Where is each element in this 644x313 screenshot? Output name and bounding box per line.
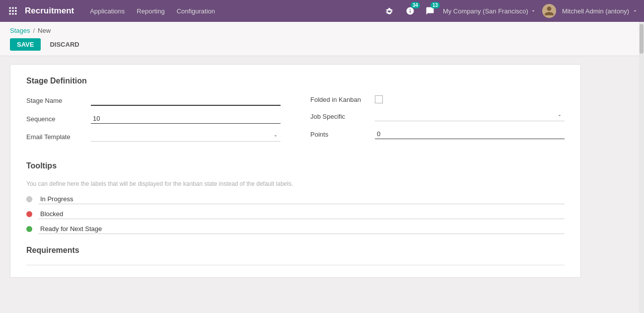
dot-gray [26,196,32,202]
company-name: My Company (San Francisco) [443,7,528,15]
activity-badge: 34 [411,2,420,8]
requirements-section: Requirements [26,246,565,265]
stage-name-label: Stage Name [26,97,91,104]
breadcrumb: Stages / New [10,27,634,34]
email-template-select-wrap [91,132,281,142]
message-icon-button[interactable]: 13 [423,4,437,18]
requirements-title: Requirements [26,246,565,255]
form-col-right: Folded in Kanban Job Specific [310,95,565,150]
points-label: Points [310,131,375,138]
page-header: Stages / New SAVE DISCARD [0,22,644,56]
scrollbar-thumb[interactable] [640,24,644,54]
company-selector[interactable]: My Company (San Francisco) [443,7,536,15]
stage-name-input[interactable] [91,95,281,106]
grid-icon[interactable] [6,4,20,18]
form-card: Stage Definition Stage Name Sequence Ema… [10,64,581,278]
email-template-label: Email Template [26,133,91,141]
scrollbar[interactable] [639,22,644,313]
bug-icon-button[interactable] [382,4,396,18]
breadcrumb-parent[interactable]: Stages [10,27,30,34]
activity-icon-button[interactable]: 34 [403,4,417,18]
tooltip-row-inprogress [26,194,565,204]
dot-red [26,211,32,217]
user-name: Mitchell Admin (antony) [562,7,629,15]
breadcrumb-current: New [38,27,51,34]
job-specific-label: Job Specific [310,113,375,120]
form-section-main: Stage Name Sequence Email Template [26,95,565,150]
tooltips-section: Tooltips You can define here the labels … [26,161,565,234]
dot-green [26,226,32,232]
tooltips-description: You can define here the labels that will… [26,180,565,187]
discard-button[interactable]: DISCARD [45,38,84,51]
job-specific-select-wrap [375,111,565,121]
breadcrumb-separator: / [33,27,35,34]
requirements-divider [26,265,565,265]
tooltip-ready-input[interactable] [38,224,565,234]
save-button[interactable]: SAVE [10,38,41,51]
app-brand: Recruitment [25,6,74,16]
avatar [542,4,556,18]
topnav: Recruitment Applications Reporting Confi… [0,0,644,22]
sequence-label: Sequence [26,115,91,123]
content-area: Stage Definition Stage Name Sequence Ema… [0,56,644,313]
folded-kanban-checkbox[interactable] [375,95,383,103]
nav-configuration[interactable]: Configuration [176,5,216,17]
sequence-row: Sequence [26,114,281,124]
form-col-left: Stage Name Sequence Email Template [26,95,281,150]
job-specific-select[interactable] [375,111,565,121]
sequence-input[interactable] [91,114,281,124]
points-input[interactable] [375,129,565,139]
email-template-select[interactable] [91,132,281,141]
nav-applications[interactable]: Applications [89,5,126,17]
points-row: Points [310,129,565,139]
tooltip-row-ready [26,224,565,234]
nav-links: Applications Reporting Configuration [89,5,382,17]
folded-kanban-row: Folded in Kanban [310,95,565,103]
toolbar: SAVE DISCARD [10,38,634,56]
user-menu[interactable]: Mitchell Admin (antony) [562,7,638,15]
topnav-right: 34 13 My Company (San Francisco) Mitchel… [382,4,638,18]
tooltip-row-blocked [26,209,565,219]
tooltip-blocked-input[interactable] [38,209,565,219]
folded-kanban-label: Folded in Kanban [310,96,375,103]
tooltip-inprogress-input[interactable] [38,194,565,204]
nav-reporting[interactable]: Reporting [136,5,165,17]
tooltips-title: Tooltips [26,161,565,170]
email-template-row: Email Template [26,132,281,142]
job-specific-row: Job Specific [310,111,565,121]
stage-definition-title: Stage Definition [26,77,565,85]
stage-name-row: Stage Name [26,95,281,106]
message-badge: 13 [430,2,440,8]
